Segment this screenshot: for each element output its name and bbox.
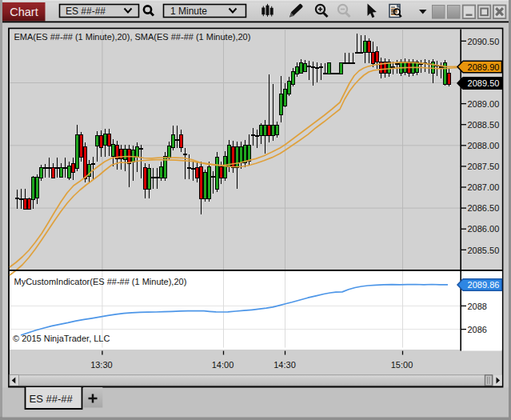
svg-text:EMA(ES ##-## (1 Minute),20), S: EMA(ES ##-## (1 Minute),20), SMA(ES ##-#… (14, 32, 251, 42)
svg-text:2089.50: 2089.50 (468, 78, 500, 88)
svg-text:© 2015 NinjaTrader, LLC: © 2015 NinjaTrader, LLC (13, 334, 110, 343)
svg-text:2087.50: 2087.50 (468, 162, 500, 171)
svg-text:14:30: 14:30 (273, 360, 296, 370)
svg-text:2088.50: 2088.50 (468, 120, 500, 130)
svg-text:Chart: Chart (10, 6, 38, 18)
svg-text:2086: 2086 (468, 325, 487, 334)
svg-text:2086.50: 2086.50 (468, 203, 500, 213)
svg-text:2088: 2088 (468, 302, 487, 311)
svg-text:2090.50: 2090.50 (468, 37, 500, 46)
svg-text:2085.50: 2085.50 (468, 246, 500, 255)
svg-text:2089.00: 2089.00 (468, 99, 500, 109)
svg-text:2089.86: 2089.86 (468, 280, 500, 290)
svg-text:1 Minute: 1 Minute (170, 6, 207, 17)
svg-text:MyCustomIndicator(ES ##-## (1: MyCustomIndicator(ES ##-## (1 Minute),20… (14, 277, 187, 286)
svg-text:ES ##-##: ES ##-## (66, 6, 106, 17)
svg-text:ES ##-##: ES ##-## (30, 393, 74, 405)
svg-text:2086.00: 2086.00 (468, 224, 500, 234)
svg-text:15:00: 15:00 (391, 360, 413, 370)
svg-text:13:30: 13:30 (90, 360, 113, 370)
svg-text:2088.00: 2088.00 (468, 141, 500, 150)
svg-text:14:00: 14:00 (212, 360, 234, 370)
svg-text:2089.90: 2089.90 (468, 62, 500, 72)
svg-text:2087.00: 2087.00 (468, 182, 500, 192)
